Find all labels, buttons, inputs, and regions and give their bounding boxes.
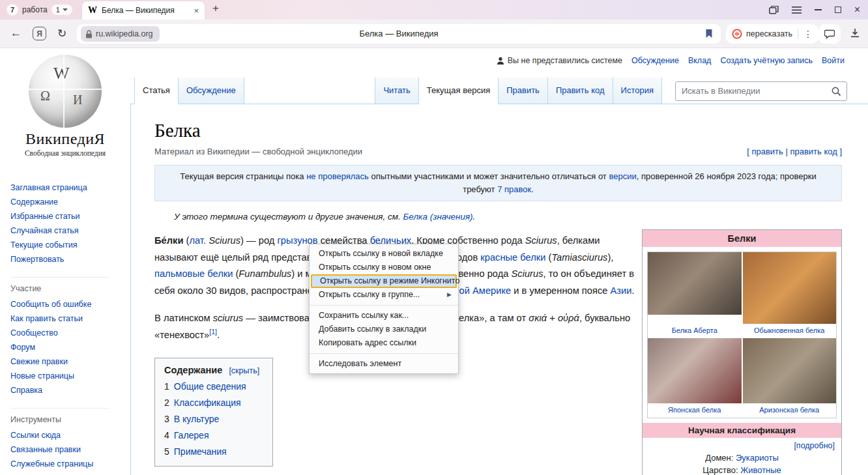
tab-current-version[interactable]: Текущая версия — [419, 78, 499, 104]
downloads-button[interactable] — [850, 28, 860, 38]
taxobox-row-kingdom: Царство: Животные — [643, 464, 841, 475]
taxobox-title: Белки — [643, 230, 841, 247]
image-caption[interactable]: Японская белка — [648, 403, 742, 418]
menu-separator — [310, 353, 458, 354]
sidebar-item-community[interactable]: Сообщество — [10, 326, 130, 340]
address-bar[interactable]: Белка — Википедия ru.wikipedia.org — [77, 24, 721, 44]
chat-sidebar-button[interactable] — [818, 24, 841, 44]
sidebar-item-recent-changes[interactable]: Свежие правки — [10, 354, 130, 369]
menu-item-open-incognito[interactable]: Открыть ссылку в режиме Инкогнито — [311, 274, 457, 288]
edit-links[interactable]: [ править | править код ] — [747, 147, 842, 156]
menu-item-inspect-element[interactable]: Исследовать элемент — [310, 357, 458, 371]
browser-menu-icon[interactable] — [792, 7, 802, 14]
article-subtitle: Материал из Википедии — свободной энцикл… — [154, 147, 362, 156]
chevron-down-icon — [63, 8, 68, 11]
yandex-button[interactable]: Я — [33, 27, 46, 40]
sidebar-item-help[interactable]: Справка — [10, 383, 130, 397]
search-icon[interactable] — [832, 87, 841, 96]
squirrel-image-aberta[interactable] — [648, 252, 742, 315]
menu-item-open-new-tab[interactable]: Открыть ссылку в новой вкладке — [310, 247, 458, 261]
wikipedia-globe-logo[interactable]: W Ω И — [29, 55, 102, 128]
squirrel-image-japanese[interactable] — [648, 338, 742, 403]
tab-close-icon[interactable]: × — [194, 6, 199, 16]
sidebar-item-featured[interactable]: Избранные статьи — [10, 209, 130, 223]
taxobox-details-link[interactable]: [подробно] — [643, 438, 841, 452]
menu-item-bookmark-link[interactable]: Добавить ссылку в закладки — [310, 323, 458, 336]
tab-edit[interactable]: Править — [499, 78, 548, 104]
refresh-button[interactable]: ↻ — [57, 27, 66, 40]
article-title: Белка — [154, 120, 842, 141]
personal-link-discussion[interactable]: Обсуждение — [631, 56, 679, 65]
toc-item: 5Примечания — [164, 446, 259, 457]
bookmark-icon[interactable] — [705, 29, 713, 38]
browser-tab-strip: 7 работа 1 W Белка — Википедия × + × — [0, 0, 868, 20]
new-tab-button[interactable]: + — [212, 2, 219, 15]
sidebar-item-random[interactable]: Случайная статья — [10, 223, 130, 238]
tab-read[interactable]: Читать — [375, 78, 418, 104]
search-input[interactable] — [676, 82, 846, 100]
active-browser-tab[interactable]: W Белка — Википедия × — [82, 1, 205, 20]
domain-pill[interactable]: ru.wikipedia.org — [81, 26, 160, 42]
sidebar-item-what-links-here[interactable]: Ссылки сюда — [10, 428, 130, 442]
minimize-button[interactable] — [815, 9, 822, 10]
tab-discussion[interactable]: Обсуждение — [179, 78, 244, 104]
wikipedia-tagline: Свободная энциклопедия — [0, 149, 130, 157]
back-button[interactable]: ← — [10, 27, 22, 40]
tab-group-count-pill[interactable]: 1 — [51, 5, 72, 15]
image-caption[interactable]: Белка Аберта — [648, 324, 742, 338]
sidebar-item-how-to-edit[interactable]: Как править статьи — [10, 311, 130, 326]
tab-group-count: 1 — [56, 6, 60, 14]
close-window-button[interactable]: × — [854, 5, 860, 15]
logo-glyph: W — [53, 64, 70, 83]
logo-glyph: И — [73, 93, 82, 108]
maximize-button[interactable] — [835, 7, 841, 13]
taxobox: Белки Белка Аберта Обыкновенная белка Яп… — [642, 229, 842, 475]
menu-item-open-in-group[interactable]: Открыть ссылку в группе... ▶ — [310, 288, 458, 302]
lock-icon — [85, 30, 93, 38]
sidebar-item-contents[interactable]: Содержание — [10, 195, 130, 209]
page-views-tabs: Статья Обсуждение Читать Текущая версия … — [130, 78, 868, 104]
toc-hide-link[interactable]: [скрыть] — [229, 366, 259, 375]
more-options-icon[interactable]: ⋮ — [803, 29, 813, 39]
sidebar-item-forum[interactable]: Форум — [10, 340, 130, 354]
wiki-search-box[interactable] — [675, 81, 847, 101]
sidebar-nav-tools: Ссылки сюда Связанные правки Служебные с… — [10, 428, 130, 475]
menu-item-save-link-as[interactable]: Сохранить ссылку как... — [310, 309, 458, 323]
image-caption[interactable]: Обыкновенная белка — [743, 324, 837, 338]
tab-panel-icon[interactable] — [769, 6, 779, 14]
wikipedia-wordmark[interactable]: ВикипедиЯ — [0, 130, 130, 148]
context-menu: Открыть ссылку в новой вкладке Открыть с… — [309, 244, 459, 374]
sidebar-item-current-events[interactable]: Текущие события — [10, 238, 130, 252]
retell-button[interactable]: пересказать ⋮ — [726, 24, 818, 44]
tab-group-work[interactable]: 7 работа 1 — [7, 4, 72, 16]
sidebar-item-new-pages[interactable]: Новые страницы — [10, 369, 130, 383]
tab-edit-source[interactable]: Править код — [548, 78, 613, 104]
sidebar-item-donate[interactable]: Пожертвовать — [10, 252, 130, 266]
sidebar-item-permanent-link[interactable]: Постоянная ссылка — [10, 471, 130, 475]
menu-item-open-new-window[interactable]: Открыть ссылку в новом окне — [310, 261, 458, 274]
sidebar-item-main-page[interactable]: Заглавная страница — [10, 180, 130, 195]
hatnote: У этого термина существуют и другие знач… — [174, 212, 842, 222]
image-caption[interactable]: Аризонская белка — [743, 403, 837, 418]
sidebar-nav-main: Заглавная страница Содержание Избранные … — [10, 180, 130, 266]
taxobox-section-classification: Научная классификация — [643, 423, 841, 438]
divider — [798, 29, 798, 39]
menu-item-copy-link-address[interactable]: Копировать адрес ссылки — [310, 336, 458, 350]
personal-link-login[interactable]: Войти — [822, 56, 845, 65]
tab-article[interactable]: Статья — [134, 78, 179, 104]
menu-separator — [310, 305, 458, 306]
personal-link-contributions[interactable]: Вклад — [688, 56, 712, 65]
squirrel-image-arizona[interactable] — [743, 338, 837, 403]
tab-history[interactable]: История — [613, 78, 662, 104]
sidebar-item-special-pages[interactable]: Служебные страницы — [10, 457, 130, 471]
tab-group-badge: 7 — [7, 4, 18, 16]
squirrel-image-common[interactable] — [743, 252, 837, 324]
sidebar-item-report-error[interactable]: Сообщить об ошибке — [10, 297, 130, 311]
sidebar-item-related-changes[interactable]: Связанные правки — [10, 442, 130, 457]
personal-link-create-account[interactable]: Создать учётную запись — [720, 56, 813, 65]
download-icon — [850, 28, 860, 38]
toc-title: Содержание — [164, 365, 222, 375]
sidebar-nav-participation: Сообщить об ошибке Как править статьи Со… — [10, 297, 130, 397]
personal-bar: Вы не представились системе Обсуждение В… — [497, 56, 845, 65]
taxobox-gallery: Белка Аберта Обыкновенная белка Японская… — [647, 252, 837, 418]
